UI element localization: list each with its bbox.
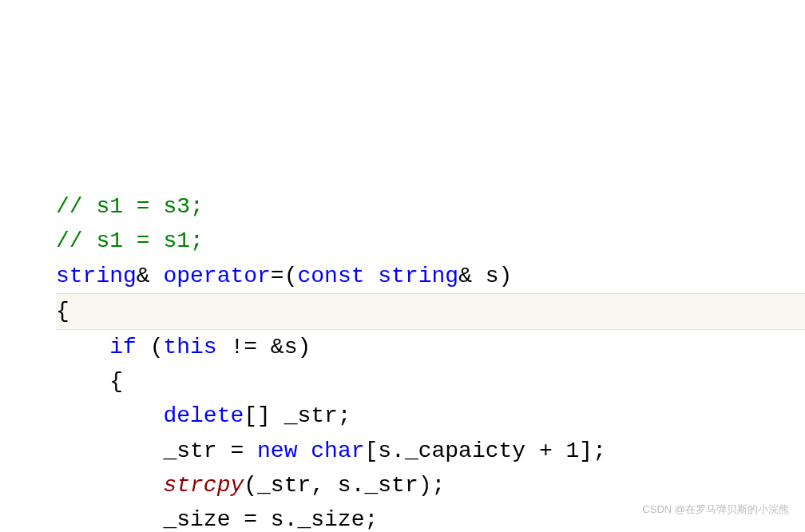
if-keyword: if [109, 335, 137, 359]
new-keyword: new [257, 439, 297, 463]
code-line: string& operator=(const string& s) [56, 259, 805, 293]
code-line: strcpy(_str, s._str); [56, 468, 805, 502]
delete-keyword: delete [163, 403, 244, 428]
type-keyword: string [378, 264, 458, 288]
watermark-text: CSDN @在罗马弹贝斯的小浣熊 [642, 502, 789, 518]
type-keyword: string [56, 264, 137, 288]
code-line: // s1 = s1; [56, 224, 805, 258]
const-keyword: const [297, 264, 364, 288]
code-line: if (this != &s) [56, 330, 805, 364]
code-line: // s1 = s3; [56, 189, 805, 224]
code-line: { [56, 364, 805, 399]
this-keyword: this [163, 335, 216, 359]
comment-text: // s1 = s3; [56, 194, 204, 219]
char-keyword: char [311, 439, 364, 463]
operator-keyword: operator [163, 264, 270, 288]
code-block: // s1 = s3;// s1 = s1;string& operator=(… [0, 155, 805, 532]
code-line-highlighted: { [56, 293, 805, 329]
code-line: _str = new char[s._capaicty + 1]; [56, 434, 805, 468]
code-line: delete[] _str; [56, 399, 805, 433]
comment-text: // s1 = s1; [56, 228, 204, 253]
strcpy-function: strcpy [163, 473, 244, 498]
